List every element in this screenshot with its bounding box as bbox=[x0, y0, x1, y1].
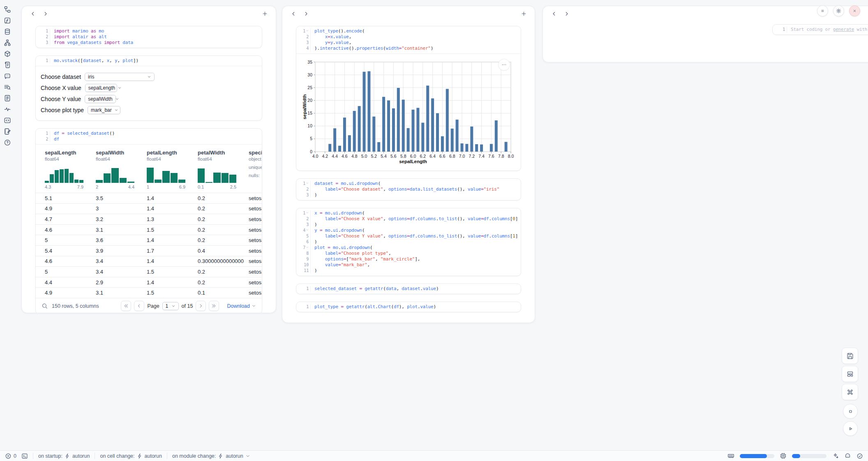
code-text: label="Choose Y value", options=df.colum… bbox=[310, 233, 521, 239]
bar-chart[interactable]: 051015202530354.04.24.44.64.85.05.25.45.… bbox=[302, 58, 521, 167]
prev-page-button[interactable] bbox=[134, 301, 144, 311]
code-line: 1plot_type = getattr(alt.Chart(df), plot… bbox=[296, 304, 521, 310]
code-text: plot = mo.ui.dropdown( bbox=[310, 245, 521, 251]
code-cell-xy-dropdowns[interactable]: 1x = mo.ui.dropdown(2 label="Choose X va… bbox=[296, 208, 521, 276]
code-cell-plot-type[interactable]: 1plot_type = getattr(alt.Chart(df), plot… bbox=[296, 302, 521, 312]
column-header[interactable]: petalLengthfloat6416.9 bbox=[142, 145, 193, 193]
last-page-button[interactable] bbox=[209, 301, 219, 311]
code-editor[interactable]: 1 Start coding or generate with AI bbox=[773, 25, 868, 35]
download-button[interactable]: Download bbox=[227, 303, 256, 309]
on-startup-setting[interactable]: on startup: autorun bbox=[38, 453, 90, 459]
document-icon[interactable] bbox=[2, 95, 13, 102]
line-number: 2 bbox=[36, 136, 50, 142]
activity-icon[interactable] bbox=[2, 106, 13, 113]
fold-chevron-icon[interactable] bbox=[306, 244, 309, 250]
code-line: 2import altair as alt bbox=[36, 34, 262, 40]
save-button[interactable] bbox=[842, 348, 858, 364]
selected-value: sepalWidth bbox=[88, 96, 112, 102]
code-editor[interactable]: 1df = selected_dataset()2df bbox=[36, 129, 262, 144]
search-list-icon[interactable] bbox=[2, 83, 13, 91]
code-editor[interactable]: 1import marimo as mo2import altair as al… bbox=[36, 26, 262, 48]
code-text: mo.vstack([dataset, x, y, plot]) bbox=[50, 58, 262, 64]
sparkles-icon[interactable] bbox=[832, 452, 839, 459]
layout-button[interactable] bbox=[842, 366, 858, 382]
code-text: ) bbox=[310, 222, 521, 228]
chevron-right-icon[interactable] bbox=[562, 9, 571, 18]
code-editor[interactable]: 1plot_type = getattr(alt.Chart(df), plot… bbox=[296, 302, 521, 312]
code-cell-plot[interactable]: 1plot_type().encode(2 x=x.value,3 y=y.va… bbox=[296, 26, 521, 171]
next-page-button[interactable] bbox=[196, 301, 206, 311]
code-editor[interactable]: 1dataset = mo.ui.dropdown(2 label="Choos… bbox=[296, 179, 521, 200]
code-cell-dataframe[interactable]: 1df = selected_dataset()2df sepalLengthf… bbox=[35, 128, 262, 313]
code-cell-dataset-dropdown[interactable]: 1dataset = mo.ui.dropdown(2 label="Choos… bbox=[296, 178, 521, 201]
menu-button[interactable] bbox=[817, 5, 828, 16]
keyboard-shortcuts-button[interactable] bbox=[842, 384, 858, 400]
chatbot-icon[interactable] bbox=[2, 72, 13, 80]
close-button[interactable] bbox=[849, 5, 860, 16]
code-editor[interactable]: 1plot_type().encode(2 x=x.value,3 y=y.va… bbox=[296, 26, 521, 53]
snippets-icon[interactable] bbox=[2, 117, 13, 124]
status-bar: 0 on startup: autorun on cell change: au… bbox=[0, 450, 868, 461]
code-text: label="Choose X value", options=df.colum… bbox=[310, 216, 521, 222]
help-icon[interactable] bbox=[2, 139, 13, 146]
add-cell-button[interactable] bbox=[519, 9, 528, 18]
chevron-left-icon[interactable] bbox=[289, 9, 298, 18]
scratchpad-icon[interactable] bbox=[2, 128, 13, 135]
package-icon[interactable] bbox=[2, 50, 13, 58]
table-summary: 150 rows, 5 columns bbox=[52, 303, 99, 309]
chevron-right-icon[interactable] bbox=[41, 9, 50, 18]
code-text: label="Choose plot type", bbox=[310, 251, 521, 256]
function-icon[interactable] bbox=[2, 17, 13, 24]
file-tree-icon[interactable] bbox=[2, 6, 13, 13]
add-cell-button[interactable] bbox=[260, 9, 269, 18]
first-page-button[interactable] bbox=[121, 301, 131, 311]
code-editor[interactable]: 1x = mo.ui.dropdown(2 label="Choose X va… bbox=[296, 208, 521, 276]
chevron-left-icon[interactable] bbox=[549, 9, 559, 18]
terminal-button[interactable] bbox=[21, 453, 28, 459]
code-cell-imports[interactable]: 1import marimo as mo2import altair as al… bbox=[35, 26, 262, 48]
svg-text:8.0: 8.0 bbox=[508, 154, 514, 159]
dropdown-select[interactable]: mark_bar bbox=[88, 106, 120, 114]
run-button[interactable] bbox=[843, 421, 858, 436]
column-header[interactable]: sepalWidthfloat6424.4 bbox=[91, 145, 142, 193]
code-cell-selected-dataset[interactable]: 1selected_dataset = getattr(data, datase… bbox=[296, 284, 521, 294]
dependency-graph-icon[interactable] bbox=[2, 39, 13, 46]
control-row: Choose plot typemark_bar bbox=[41, 104, 257, 115]
chevron-left-icon[interactable] bbox=[28, 9, 37, 18]
empty-code-cell[interactable]: 1 Start coding or generate with AI bbox=[772, 24, 868, 35]
code-editor[interactable]: 1selected_dataset = getattr(data, datase… bbox=[296, 284, 521, 294]
assistant-icon[interactable] bbox=[844, 452, 851, 459]
chart-menu-button[interactable] bbox=[498, 59, 510, 71]
dropdown-select[interactable]: iris bbox=[85, 73, 155, 81]
fold-chevron-icon[interactable] bbox=[306, 210, 309, 216]
fold-chevron-icon[interactable] bbox=[306, 180, 309, 186]
fold-chevron-icon[interactable] bbox=[306, 227, 309, 233]
svg-text:25: 25 bbox=[307, 85, 312, 90]
code-text: ) bbox=[310, 192, 521, 198]
code-text: import altair as alt bbox=[50, 34, 262, 40]
dropdown-select[interactable]: sepalLength bbox=[85, 84, 117, 92]
column-header[interactable]: speciesobjectunique:nulls: bbox=[244, 145, 262, 193]
fold-chevron-icon[interactable] bbox=[306, 28, 309, 34]
stop-button[interactable] bbox=[843, 404, 858, 419]
generate-with-ai-link[interactable]: generate bbox=[833, 27, 854, 32]
line-number: 5 bbox=[296, 233, 310, 239]
settings-button[interactable] bbox=[833, 5, 844, 16]
selected-value: sepalLength bbox=[88, 85, 115, 91]
line-number: 1 bbox=[296, 181, 310, 187]
chevron-right-icon[interactable] bbox=[301, 9, 310, 18]
code-editor[interactable]: 1mo.vstack([dataset, x, y, plot]) bbox=[36, 56, 262, 66]
connection-status-icon[interactable] bbox=[856, 453, 863, 459]
column-header[interactable]: sepalLengthfloat644.37.9 bbox=[40, 145, 91, 193]
on-module-change-setting[interactable]: on module change: autorun bbox=[172, 453, 250, 459]
errors-indicator[interactable]: 0 bbox=[5, 453, 16, 459]
on-cell-change-setting[interactable]: on cell change: autorun bbox=[100, 453, 162, 459]
column-header[interactable]: petalWidthfloat640.12.5 bbox=[193, 145, 244, 193]
dropdown-select[interactable]: sepalWidth bbox=[85, 95, 116, 103]
page-select[interactable]: 1 bbox=[162, 302, 179, 310]
search-icon[interactable] bbox=[42, 303, 48, 309]
database-icon[interactable] bbox=[2, 28, 13, 35]
logs-icon[interactable] bbox=[2, 61, 13, 69]
app-sidebar bbox=[0, 0, 15, 450]
code-cell-vstack[interactable]: 1mo.vstack([dataset, x, y, plot]) Choose… bbox=[35, 55, 262, 121]
